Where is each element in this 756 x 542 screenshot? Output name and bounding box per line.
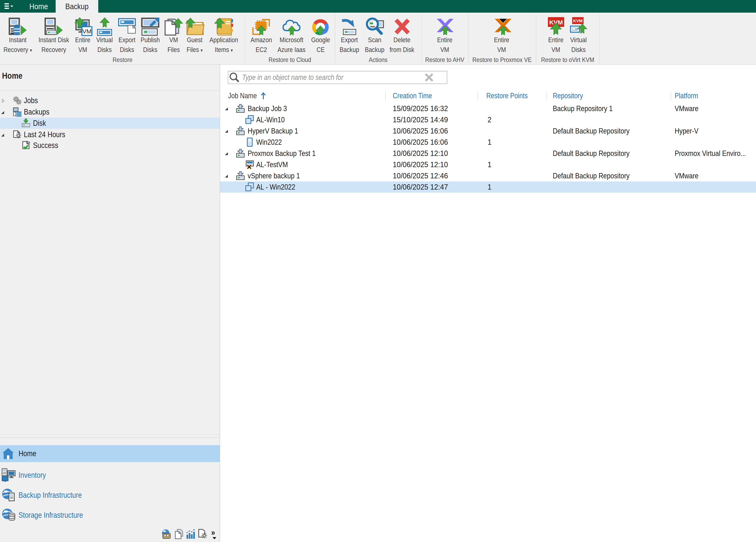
svg-text:VM: VM <box>82 28 92 35</box>
svg-text:KVM: KVM <box>573 18 583 23</box>
